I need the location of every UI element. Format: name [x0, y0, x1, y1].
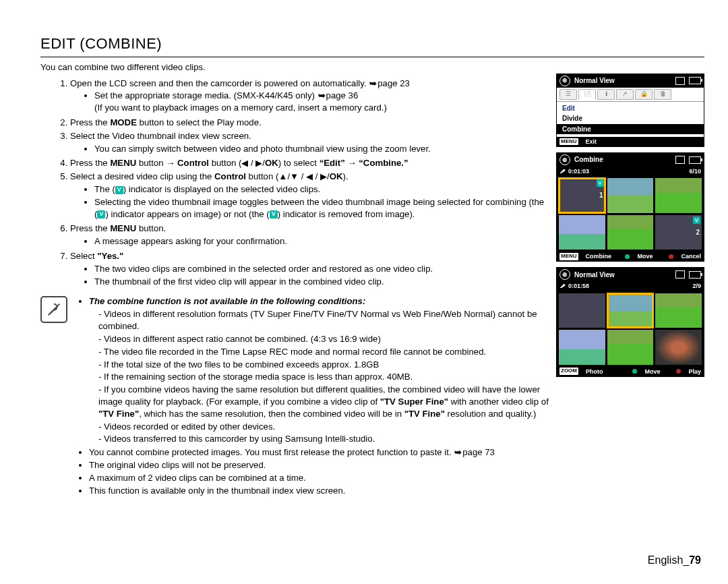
battery-icon: [689, 77, 701, 84]
cancel-dot-icon: [669, 254, 673, 259]
goto-icon: ➥: [369, 78, 377, 90]
exit-label: Exit: [586, 138, 597, 146]
cond-6: If you combine videos having the same re…: [98, 384, 549, 419]
thumbnail: V2: [655, 215, 702, 250]
move-dot-icon: [625, 254, 630, 259]
checkmark-icon: V: [97, 210, 105, 218]
photo-label: Photo: [586, 368, 603, 376]
tab-lock-icon: 🔒: [635, 89, 653, 100]
card-icon: [675, 270, 685, 279]
checkmark-icon: V: [693, 216, 700, 224]
thumbnail: [607, 178, 654, 213]
step-6-sub: A message appears asking for your confir…: [94, 235, 549, 247]
card-icon: [675, 77, 685, 85]
play-label: Play: [688, 368, 701, 376]
time-label: 0:01:58: [559, 282, 589, 290]
note-protected: You cannot combine protected images. You…: [89, 446, 549, 459]
battery-icon: [689, 156, 701, 164]
lcd-column: ⊕ Normal View ☰ 📄 ℹ ↗ 🔒 🗑: [556, 74, 704, 382]
cond-8: Videos transferred to this camcorder by …: [98, 433, 549, 445]
move-label: Move: [644, 368, 660, 376]
section-title: EDIT (COMBINE): [40, 34, 704, 54]
cond-7: Videos recorded or edited by other devic…: [98, 421, 549, 433]
note-icon: [40, 296, 67, 323]
lcd-edit-menu: ⊕ Normal View ☰ 📄 ℹ ↗ 🔒 🗑: [556, 74, 704, 148]
thumbnail: [607, 215, 654, 250]
step-5-sub1: The (V) indicator is displayed on the se…: [94, 183, 549, 196]
goto-icon: ➥: [317, 90, 326, 102]
thumbnail: [655, 178, 702, 212]
instructions: Open the LCD screen and then the camcord…: [40, 76, 549, 500]
thumbnail-grid: [557, 291, 704, 367]
intro: You can combine two different video clip…: [40, 61, 704, 74]
step-3: Select the Video thumbnail index view sc…: [70, 130, 549, 155]
tab-delete-icon: 🗑: [654, 89, 671, 100]
cond-4: If the total size of the two files to be…: [98, 359, 549, 371]
play-dot-icon: [676, 369, 681, 374]
step-4: Press the MENU button → Control button (…: [70, 157, 549, 169]
menu-item-combine: Combine: [557, 124, 704, 135]
menu-key: MENU: [559, 253, 578, 260]
thumbnail: [559, 215, 605, 250]
note-preserve: The original video clips will not be pre…: [89, 459, 549, 471]
footer-page: 79: [689, 554, 701, 566]
thumbnail: [559, 330, 605, 364]
cond-2: Videos in different aspect ratio cannot …: [98, 333, 549, 345]
lcd-normal-view: ⊕ Normal View 0:01:58 2/9: [556, 267, 704, 376]
step-2: Press the MODE button to select the Play…: [70, 117, 549, 129]
thumbnail: [655, 330, 702, 364]
lcd-combine: ⊕ Combine 0:01:03 6/10 V1 V2: [556, 152, 704, 262]
thumbnail: [607, 330, 654, 365]
zoom-key: ZOOM: [559, 368, 578, 375]
count-label: 2/9: [692, 282, 701, 290]
thumbnail: [607, 293, 654, 328]
menu-key: MENU: [559, 138, 578, 146]
lcd-title: Normal View: [574, 270, 615, 280]
move-dot-icon: [632, 369, 637, 374]
note-block: The combine function is not available in…: [40, 295, 549, 500]
note-max2: A maximum of 2 video clips can be combin…: [89, 472, 549, 484]
step-7-sub1: The two video clips are combined in the …: [94, 263, 549, 275]
step-1-sub: Set the appropriate storage media. (SMX-…: [94, 90, 549, 114]
note-conditions: The combine function is not available in…: [89, 295, 549, 446]
tab-list-icon: ☰: [559, 89, 577, 100]
globe-icon: ⊕: [559, 76, 570, 86]
page: EDIT (COMBINE) You can combine two diffe…: [0, 0, 728, 584]
cond-5: If the remaining section of the storage …: [98, 371, 549, 383]
steps-list: Open the LCD screen and then the camcord…: [40, 78, 549, 288]
checkmark-icon: V: [115, 186, 123, 194]
footer-lang: English: [648, 554, 683, 566]
page-footer: English_79: [648, 553, 701, 568]
step-5: Select a desired video clip using the Co…: [70, 171, 549, 220]
tab-bar: ☰ 📄 ℹ ↗ 🔒 🗑: [557, 88, 704, 102]
lcd-title: Combine: [574, 155, 603, 165]
checkmark-icon: V: [270, 210, 278, 218]
step-3-sub: You can simply switch between video and …: [94, 143, 549, 155]
step-6: Press the MENU button. A message appears…: [70, 223, 549, 247]
step-1: Open the LCD screen and then the camcord…: [70, 78, 549, 114]
combine-label: Combine: [586, 252, 612, 260]
checkmark-icon: V: [597, 179, 604, 187]
tab-share-icon: ↗: [616, 89, 634, 100]
thumbnail: [559, 293, 605, 328]
cond-3: The video file recorded in the Time Laps…: [98, 346, 549, 358]
menu-item-divide: Divide: [557, 113, 704, 124]
cancel-label: Cancel: [681, 252, 701, 260]
goto-icon: ➥: [454, 446, 462, 459]
card-icon: [675, 156, 685, 164]
thumbnail: V1: [559, 178, 605, 212]
globe-icon: ⊕: [559, 154, 570, 165]
time-label: 0:01:03: [559, 167, 589, 175]
tab-edit-icon: 📄: [578, 89, 596, 100]
tab-info-icon: ℹ: [597, 89, 615, 100]
rule: [40, 57, 704, 57]
cond-1: Videos in different resolution formats (…: [98, 308, 549, 332]
step-5-sub2: Selecting the video thumbnail image togg…: [94, 196, 549, 221]
count-label: 6/10: [689, 167, 701, 175]
battery-icon: [689, 271, 701, 279]
menu-item-edit: Edit: [557, 103, 704, 114]
globe-icon: ⊕: [559, 269, 570, 280]
thumbnail: [655, 293, 702, 328]
step-7: Select "Yes." The two video clips are co…: [70, 250, 549, 287]
thumbnail-grid: V1 V2: [557, 176, 704, 252]
